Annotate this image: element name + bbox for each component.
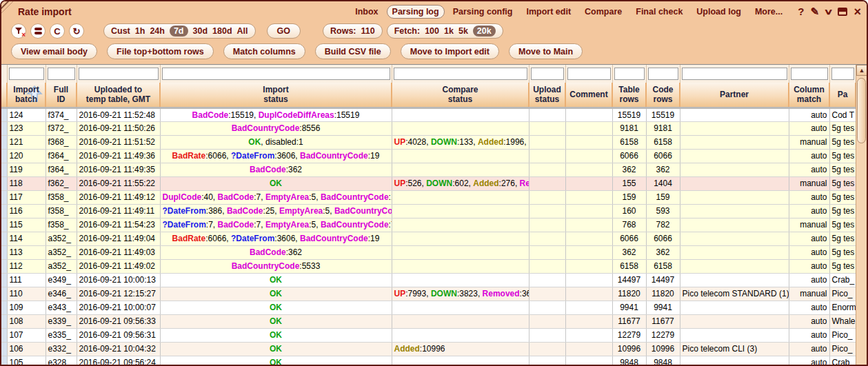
parser-link[interactable]: 5g tes [832, 192, 855, 202]
view-email-body-button[interactable]: View email body [11, 43, 97, 59]
table-row[interactable]: 107e335_2016-09-21 09:56:31OK1227912279a… [1, 328, 856, 342]
table-row[interactable]: 105e328_2016-09-21 09:56:24OK98489848aut… [1, 356, 856, 366]
parser-link[interactable]: 5g tes [832, 123, 855, 133]
batch-filter-input[interactable] [9, 68, 44, 80]
column_match-filter-input[interactable] [791, 68, 828, 80]
table-row[interactable]: 106e332_2016-09-21 10:04:32OKAdded:10996… [1, 342, 856, 356]
parser-link[interactable]: 5g tes [832, 137, 855, 147]
time-option-30d[interactable]: 30d [193, 26, 208, 36]
edit-pencil-icon[interactable]: ✎ [810, 6, 819, 17]
table-row[interactable]: 111e349_2016-09-21 10:00:13OK1449714497a… [1, 273, 856, 287]
parser-filter-input[interactable] [831, 68, 854, 80]
menu-item-parsing-config[interactable]: Parsing config [447, 5, 518, 19]
column-header-import_status[interactable]: Import status [160, 83, 392, 108]
time-option-7d[interactable]: 7d [170, 26, 188, 37]
parser-link[interactable]: 5g tes [832, 151, 855, 161]
close-icon[interactable]: × [854, 7, 861, 17]
parser-link[interactable]: Crab_ [832, 275, 855, 285]
fetch-option-5k[interactable]: 5k [458, 26, 468, 36]
table-row[interactable]: 123f372_2016-09-21 11:50:26BadCountryCod… [1, 121, 856, 135]
menu-item-inbox[interactable]: Inbox [350, 5, 383, 19]
fetch-option-20k[interactable]: 20k [473, 26, 496, 37]
help-icon[interactable]: ? [798, 6, 804, 17]
menu-item-more[interactable]: More... [749, 5, 788, 19]
table-row[interactable]: 113a352_2016-09-21 11:49:03BadCode:36236… [1, 245, 856, 259]
table-row[interactable]: 120f364_2016-09-21 11:49:36BadRate:6066,… [1, 149, 856, 163]
time-option-24h[interactable]: 24h [150, 26, 165, 36]
scroll-up-button[interactable]: ▲ [856, 65, 867, 76]
parser-link[interactable]: Pico_ [832, 289, 853, 298]
table-row[interactable]: 114a352_2016-09-21 11:49:04BadRate:6066,… [1, 232, 856, 245]
vertical-scrollbar[interactable]: ▲ [856, 65, 867, 366]
time-option-cust[interactable]: Cust [111, 26, 130, 36]
column-header-table_rows[interactable]: Table rows [612, 83, 646, 108]
fetch-option-100[interactable]: 100 [425, 26, 439, 36]
parser-link[interactable]: 5g tes [832, 247, 855, 257]
parser-link[interactable]: 5g tes [832, 165, 855, 174]
table-row[interactable]: 117f358_2016-09-21 11:49:12DuplCode:40, … [1, 190, 856, 204]
menu-item-upload-log[interactable]: Upload log [691, 5, 747, 19]
parser-link[interactable]: Whale [832, 316, 856, 326]
column-header-batch[interactable]: Import batch [7, 83, 46, 108]
partner-filter-input[interactable] [682, 68, 787, 80]
menu-item-parsing-log[interactable]: Parsing log [387, 5, 445, 19]
upload_status-filter-input[interactable] [531, 68, 564, 80]
column-header-parser[interactable]: Pa [829, 83, 856, 108]
column-header-sel[interactable] [1, 83, 7, 108]
parser-link[interactable]: Crab_ [832, 358, 855, 366]
time-option-all[interactable]: All [237, 26, 248, 36]
comment-filter-input[interactable] [567, 68, 611, 80]
parser-link[interactable]: 5g tes [832, 179, 855, 188]
collapse-chevron-icon[interactable]: ∨ [824, 7, 834, 17]
menu-item-import-edit[interactable]: Import edit [521, 5, 576, 19]
full_id-filter-input[interactable] [48, 68, 75, 80]
column-header-compare_status[interactable]: Compare status [392, 83, 529, 108]
table-row[interactable]: 109e343_2016-09-21 10:00:07OK99419941aut… [1, 301, 856, 314]
match-columns-button[interactable]: Match columns [223, 43, 305, 59]
build-csv-file-button[interactable]: Build CSV file [315, 43, 391, 59]
fetch-option-1k[interactable]: 1k [444, 26, 454, 36]
table-row[interactable]: 121f368_2016-09-21 11:51:52OK, disabled:… [1, 135, 856, 149]
column-header-upload_status[interactable]: Upload status [529, 83, 565, 108]
refresh-button[interactable]: ↻ [69, 23, 84, 39]
menu-item-compare[interactable]: Compare [579, 5, 627, 19]
move-to-import-edit-button[interactable]: Move to Import edit [401, 43, 499, 59]
parser-link[interactable]: 5g tes [832, 234, 855, 243]
filter-clear-button[interactable]: × [11, 23, 26, 39]
time-option-180d[interactable]: 180d [212, 26, 232, 36]
parser-link[interactable]: Enorm [832, 303, 856, 312]
time-option-1h[interactable]: 1h [135, 26, 145, 36]
compare_status-filter-input[interactable] [394, 68, 527, 80]
column-header-partner[interactable]: Partner [680, 83, 789, 108]
table-row[interactable]: 108e339_2016-09-21 09:56:33OK1167711677a… [1, 314, 856, 328]
table-row[interactable]: 116f358_2016-09-21 11:49:11?DateFrom:386… [1, 204, 856, 218]
file-top-bottom-rows-button[interactable]: File top+bottom rows [107, 43, 214, 59]
scrollbar-thumb[interactable] [857, 78, 866, 143]
code_rows-filter-input[interactable] [648, 68, 678, 80]
column-header-code_rows[interactable]: Code rows [646, 83, 680, 108]
table-row[interactable]: 110e346_2016-09-21 12:15:27OKUP:7993, DO… [1, 287, 856, 301]
table_rows-filter-input[interactable] [614, 68, 645, 80]
table-row[interactable]: 119f364_2016-09-21 11:49:35BadCode:36236… [1, 163, 856, 176]
import_status-filter-input[interactable] [162, 68, 390, 80]
parser-link[interactable]: Pico_ [832, 330, 853, 340]
column-header-comment[interactable]: Comment [565, 83, 612, 108]
column-header-uploaded[interactable]: Uploaded to temp table, GMT [77, 83, 160, 108]
rows-layout-button[interactable] [30, 23, 46, 39]
move-to-main-button[interactable]: Move to Main [509, 43, 583, 59]
parser-link[interactable]: Cod T [832, 110, 854, 120]
column-header-column_match[interactable]: Column match [789, 83, 829, 108]
parser-link[interactable]: 5g tes [832, 220, 855, 230]
panel-icon[interactable] [838, 8, 847, 16]
table-row[interactable]: 115f358_2016-09-21 11:54:23?DateFrom:7, … [1, 218, 856, 232]
clear-button[interactable]: C [50, 23, 65, 39]
table-row[interactable]: 112a352_2016-09-21 11:49:02BadCountryCod… [1, 259, 856, 273]
table-row[interactable]: 118f362_2016-09-21 11:55:22OKUP:526, DOW… [1, 176, 856, 190]
parser-link[interactable]: 5g tes [832, 261, 855, 271]
go-button[interactable]: GO [267, 23, 301, 39]
uploaded-filter-input[interactable] [79, 68, 159, 80]
parser-link[interactable]: Pico_ [832, 344, 853, 354]
column-header-full_id[interactable]: Full ID [46, 83, 77, 108]
menu-item-final-check[interactable]: Final check [630, 5, 688, 19]
table-row[interactable]: 124f374_2016-09-21 11:52:48BadCode:15519… [1, 108, 856, 121]
